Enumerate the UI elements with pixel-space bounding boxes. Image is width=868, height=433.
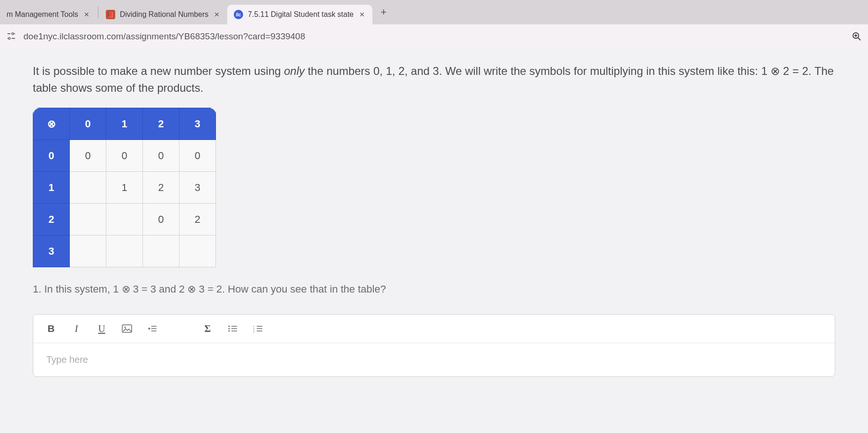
table-cell: 0 <box>143 140 179 172</box>
tab-title: 7.5.11 Digital Student task state <box>248 10 354 19</box>
svg-rect-5 <box>7 38 8 39</box>
bullet-list-button[interactable] <box>226 322 239 335</box>
site-settings-icon[interactable] <box>6 31 17 42</box>
ilc-icon: ilc <box>234 10 243 19</box>
svg-line-7 <box>858 38 861 40</box>
svg-rect-2 <box>14 33 15 34</box>
row-header: 2 <box>33 204 70 235</box>
question-text: 1. In this system, 1 ⊗ 3 = 3 and 2 ⊗ 3 =… <box>33 283 835 295</box>
address-bar: doe1nyc.ilclassroom.com/assignments/YB68… <box>0 24 868 49</box>
svg-point-1 <box>12 33 14 35</box>
editor-textarea[interactable]: Type here <box>33 343 835 376</box>
tab-dividing-rational[interactable]: 📕 Dividing Rational Numbers ✕ <box>99 5 227 24</box>
table-cell <box>106 235 143 267</box>
row-header: 0 <box>33 140 70 172</box>
table-cell: 0 <box>179 140 216 172</box>
row-header: 1 <box>33 172 70 204</box>
close-icon[interactable]: ✕ <box>83 11 90 18</box>
italic-button[interactable]: I <box>70 322 83 335</box>
new-tab-button[interactable]: + <box>376 5 391 20</box>
table-cell: 1 <box>106 172 143 204</box>
numbered-list-button[interactable]: 123 <box>252 322 265 335</box>
editor-toolbar: B I U Σ 123 <box>33 315 835 343</box>
table-cell <box>70 172 106 204</box>
tab-management-tools[interactable]: m Management Tools ✕ <box>0 5 97 24</box>
svg-rect-0 <box>7 33 10 34</box>
sigma-button[interactable]: Σ <box>201 322 214 335</box>
table-cell: 0 <box>143 204 179 235</box>
table-cell <box>70 204 106 235</box>
table-cell: 0 <box>70 140 106 172</box>
intro-text: It is possible to make a new number syst… <box>33 63 835 96</box>
browser-tab-bar: m Management Tools ✕ 📕 Dividing Rational… <box>0 0 868 24</box>
answer-editor: B I U Σ 123 Type here <box>33 314 835 377</box>
intro-prefix: It is possible to make a new number syst… <box>33 65 284 77</box>
tab-title: m Management Tools <box>7 10 78 19</box>
svg-point-11 <box>125 327 126 328</box>
table-cell: 2 <box>179 204 216 235</box>
table-cell <box>106 204 143 235</box>
underline-button[interactable]: U <box>95 322 108 335</box>
table-cell <box>143 235 179 267</box>
bold-button[interactable]: B <box>45 322 58 335</box>
row-header: 3 <box>33 235 70 267</box>
tab-digital-student-task[interactable]: ilc 7.5.11 Digital Student task state ✕ <box>227 5 372 24</box>
svg-point-17 <box>229 330 230 332</box>
col-header: 1 <box>106 108 143 140</box>
table-corner: ⊗ <box>33 108 70 140</box>
col-header: 0 <box>70 108 106 140</box>
svg-point-15 <box>229 326 230 327</box>
indent-button[interactable] <box>146 322 159 335</box>
svg-point-16 <box>229 328 230 330</box>
table-cell: 2 <box>143 172 179 204</box>
table-cell <box>179 235 216 267</box>
svg-text:3: 3 <box>253 330 254 333</box>
lesson-content: It is possible to make a new number syst… <box>0 49 868 433</box>
image-button[interactable] <box>120 322 134 335</box>
table-cell: 3 <box>179 172 216 204</box>
col-header: 3 <box>179 108 216 140</box>
intro-only: only <box>284 65 304 77</box>
zoom-icon[interactable] <box>851 31 862 42</box>
book-icon: 📕 <box>106 10 115 19</box>
svg-rect-3 <box>12 38 15 39</box>
table-cell <box>70 235 106 267</box>
url-text[interactable]: doe1nyc.ilclassroom.com/assignments/YB68… <box>23 31 845 42</box>
tab-title: Dividing Rational Numbers <box>120 10 208 19</box>
multiplication-table: ⊗ 0 1 2 3 0 0 0 0 0 1 1 2 3 2 <box>33 108 216 267</box>
close-icon[interactable]: ✕ <box>213 11 221 18</box>
close-icon[interactable]: ✕ <box>358 11 366 18</box>
col-header: 2 <box>143 108 179 140</box>
tab-divider <box>98 7 98 18</box>
svg-point-4 <box>8 37 10 39</box>
editor-placeholder: Type here <box>46 354 88 365</box>
table-cell: 0 <box>106 140 143 172</box>
